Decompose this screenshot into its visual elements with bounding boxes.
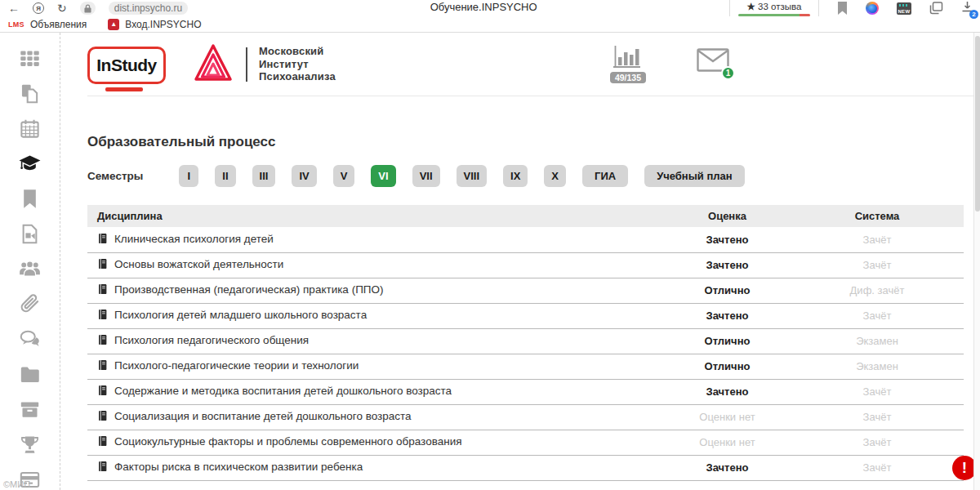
table-row[interactable]: Содержание и методика воспитания детей д… [87, 379, 964, 404]
grade-value: Зачтено [706, 234, 749, 246]
column-grade: Оценка [664, 205, 791, 227]
scrollbar[interactable] [973, 33, 980, 490]
table-row[interactable]: Производственная (педагогическая) практи… [87, 278, 964, 303]
page-title: Образовательный процесс [87, 134, 980, 150]
discipline-name: Психолого-педагогические теории и технол… [114, 359, 359, 372]
education-graduation-cap-icon[interactable] [19, 153, 41, 175]
address-bar[interactable]: dist.inpsycho.ru [109, 2, 188, 15]
grade-value: Отлично [705, 335, 751, 347]
book-icon [97, 435, 108, 449]
grade-value: Отлично [705, 360, 751, 372]
semester-button-Учебный план[interactable]: Учебный план [644, 165, 744, 187]
documents-icon[interactable] [19, 82, 41, 105]
sidebar: ©МИП [0, 33, 60, 490]
video-file-icon[interactable] [19, 223, 41, 245]
grade-value: Зачтено [706, 259, 749, 271]
attachments-paperclip-icon[interactable] [19, 293, 41, 315]
lms-favicon-icon: LMS [8, 20, 24, 29]
archive-box-icon[interactable] [19, 399, 41, 421]
semester-button-III[interactable]: III [252, 165, 276, 187]
table-row[interactable]: Психология детей младшего школьного возр… [87, 303, 964, 328]
discipline-name: Основы вожатской деятельности [114, 258, 283, 270]
discipline-name: Факторы риска в психическом развитии реб… [114, 461, 363, 473]
progress-badge: 49/135 [610, 72, 646, 83]
book-icon [97, 233, 108, 247]
column-discipline: Дисциплина [87, 205, 664, 227]
new-extension-icon[interactable]: NEW [897, 2, 911, 15]
book-icon [97, 258, 108, 272]
discipline-name: Содержание и методика воспитания детей д… [114, 385, 452, 397]
system-value: Зачёт [863, 310, 892, 322]
semester-button-IX[interactable]: IX [503, 165, 528, 187]
community-people-icon[interactable] [19, 258, 41, 280]
reviews-label: 33 отзыва [758, 2, 801, 11]
mail-icon[interactable]: 1 [697, 48, 729, 75]
brand-divider [246, 47, 247, 82]
system-value: Зачёт [863, 234, 892, 246]
system-value: Экзамен [856, 335, 898, 347]
book-icon [97, 410, 108, 424]
bookmark-flag-icon[interactable] [837, 2, 848, 15]
bookmark-icon[interactable] [19, 188, 41, 210]
system-value: Зачёт [863, 436, 892, 448]
awards-trophy-icon[interactable] [19, 434, 41, 456]
apps-grid-icon[interactable] [19, 47, 41, 69]
mip-triangle-logo-icon [194, 43, 233, 86]
mail-badge: 1 [721, 66, 735, 80]
reviews-widget[interactable]: ★ 33 отзыва [729, 0, 819, 16]
semester-button-IV[interactable]: IV [292, 165, 316, 187]
bookmark-login-inpsycho[interactable]: ▲ Вход.INPSYCHO [108, 19, 201, 30]
grade-value: Зачтено [706, 461, 749, 474]
book-icon [97, 359, 108, 373]
lock-icon [80, 2, 96, 15]
grade-value: Оценки нет [699, 411, 755, 423]
app-header: InStudy Московский Институт Психоанализа [87, 33, 980, 96]
system-value: Зачёт [863, 461, 892, 474]
back-icon[interactable]: ← [8, 2, 20, 14]
scrollbar-thumb[interactable] [975, 36, 980, 212]
calendar-icon[interactable] [19, 118, 41, 140]
table-row[interactable]: Психолого-педагогические теории и технол… [87, 354, 964, 379]
semester-selector: Семестры IIIIIIIVVVIVIIVIIIIXXГИАУчебный… [87, 165, 980, 187]
semester-button-I[interactable]: I [179, 165, 198, 187]
system-value: Зачёт [863, 385, 892, 398]
downloads-badge: 2 [969, 10, 978, 19]
table-row[interactable]: Социокультурные факторы и проблемы совре… [87, 430, 964, 455]
semester-button-II[interactable]: II [215, 165, 235, 187]
table-row[interactable]: Основы вожатской деятельности Зачтено За… [87, 252, 964, 278]
table-row[interactable]: Социализация и воспитание детей дошкольн… [87, 404, 964, 430]
system-value: Зачёт [863, 411, 892, 423]
disciplines-tbody: Клиническая психология детей Зачтено Зач… [87, 227, 964, 480]
discipline-name: Производственная (педагогическая) практи… [114, 283, 384, 296]
semester-button-V[interactable]: V [333, 165, 355, 187]
yandex-icon[interactable]: Я [33, 2, 44, 14]
downloads-icon[interactable]: 2 [961, 1, 973, 16]
collections-icon[interactable] [929, 2, 943, 15]
semester-button-VI[interactable]: VI [371, 165, 395, 187]
table-header-row: Дисциплина Оценка Система [87, 205, 964, 227]
system-value: Зачёт [863, 259, 892, 271]
semester-button-ГИА[interactable]: ГИА [582, 165, 628, 187]
browser-toolbar: ← Я ↻ dist.inpsycho.ru Обучение.INPSYCHO… [0, 0, 980, 16]
mip-favicon-icon: ▲ [108, 19, 119, 30]
grade-value: Зачтено [706, 385, 749, 398]
discipline-name: Психология педагогического общения [114, 334, 309, 346]
column-system: Система [791, 205, 964, 227]
grade-value: Оценки нет [699, 436, 755, 448]
tab-title: Обучение.INPSYCHO [430, 1, 537, 13]
grade-value: Отлично [705, 284, 751, 296]
semester-button-VIII[interactable]: VIII [457, 165, 488, 187]
table-row[interactable]: Психология педагогического общения Отлич… [87, 328, 964, 354]
semester-button-VII[interactable]: VII [412, 165, 440, 187]
refresh-icon[interactable]: ↻ [57, 2, 67, 14]
semester-button-X[interactable]: X [544, 165, 566, 187]
table-row[interactable]: Факторы риска в психическом развитии реб… [87, 455, 964, 480]
book-icon [97, 385, 108, 399]
messages-chat-icon[interactable] [19, 328, 41, 350]
table-row[interactable]: Клиническая психология детей Зачтено Зач… [87, 227, 964, 252]
book-icon [97, 334, 108, 348]
progress-stats-icon[interactable]: 49/135 [610, 45, 646, 83]
extension-orb-icon[interactable] [866, 2, 879, 15]
bookmark-announcements[interactable]: LMS Объявления [8, 19, 87, 30]
files-folder-icon[interactable] [19, 363, 41, 385]
